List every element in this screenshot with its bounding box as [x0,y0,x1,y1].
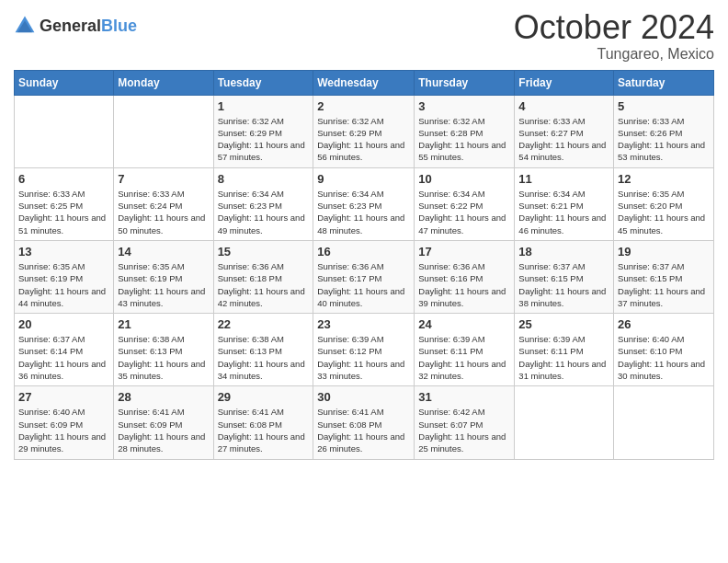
day-detail: Sunrise: 6:39 AM Sunset: 6:11 PM Dayligh… [418,333,510,382]
day-number: 5 [618,99,710,113]
location-title: Tungareo, Mexico [514,46,714,63]
calendar-day-cell: 5Sunrise: 6:33 AM Sunset: 6:26 PM Daylig… [614,95,714,167]
day-detail: Sunrise: 6:34 AM Sunset: 6:23 PM Dayligh… [218,188,310,236]
day-number: 7 [118,172,209,186]
day-detail: Sunrise: 6:40 AM Sunset: 6:09 PM Dayligh… [18,406,109,454]
calendar-day-cell: 30Sunrise: 6:41 AM Sunset: 6:08 PM Dayli… [313,386,415,459]
day-number: 1 [218,99,310,113]
calendar-day-cell: 25Sunrise: 6:39 AM Sunset: 6:11 PM Dayli… [515,314,614,386]
day-detail: Sunrise: 6:39 AM Sunset: 6:11 PM Dayligh… [518,333,609,382]
day-number: 30 [317,390,410,404]
calendar-day-cell: 13Sunrise: 6:35 AM Sunset: 6:19 PM Dayli… [15,240,114,313]
day-detail: Sunrise: 6:41 AM Sunset: 6:09 PM Dayligh… [118,406,209,454]
day-number: 10 [418,172,510,186]
calendar-week-row: 6Sunrise: 6:33 AM Sunset: 6:25 PM Daylig… [15,167,714,240]
day-number: 22 [218,317,310,331]
calendar-day-cell: 15Sunrise: 6:36 AM Sunset: 6:18 PM Dayli… [213,240,313,313]
calendar-day-cell: 18Sunrise: 6:37 AM Sunset: 6:15 PM Dayli… [515,240,614,313]
calendar-day-cell: 23Sunrise: 6:39 AM Sunset: 6:12 PM Dayli… [313,314,415,386]
calendar-day-cell: 28Sunrise: 6:41 AM Sunset: 6:09 PM Dayli… [114,386,213,459]
day-detail: Sunrise: 6:41 AM Sunset: 6:08 PM Dayligh… [317,406,410,454]
day-number: 31 [418,390,510,404]
calendar-day-cell: 21Sunrise: 6:38 AM Sunset: 6:13 PM Dayli… [114,314,213,386]
day-detail: Sunrise: 6:38 AM Sunset: 6:13 PM Dayligh… [118,333,209,382]
day-number: 28 [118,390,209,404]
calendar-day-cell: 19Sunrise: 6:37 AM Sunset: 6:15 PM Dayli… [614,240,714,313]
calendar-day-cell: 2Sunrise: 6:32 AM Sunset: 6:29 PM Daylig… [313,95,415,167]
day-detail: Sunrise: 6:36 AM Sunset: 6:16 PM Dayligh… [418,260,510,309]
calendar-day-cell [614,386,714,459]
day-number: 8 [218,172,310,186]
day-detail: Sunrise: 6:33 AM Sunset: 6:27 PM Dayligh… [518,115,609,164]
logo-icon [14,15,36,37]
day-number: 23 [317,317,410,331]
day-detail: Sunrise: 6:38 AM Sunset: 6:13 PM Dayligh… [218,333,310,382]
day-number: 15 [218,245,310,259]
day-number: 20 [18,317,109,331]
logo-general-text: General [40,17,101,35]
calendar-week-row: 20Sunrise: 6:37 AM Sunset: 6:14 PM Dayli… [15,314,714,386]
calendar-day-cell [15,95,114,167]
weekday-header-cell: Thursday [415,70,515,95]
weekday-header-cell: Wednesday [313,70,415,95]
day-detail: Sunrise: 6:34 AM Sunset: 6:23 PM Dayligh… [317,188,410,236]
calendar-day-cell [114,95,213,167]
day-number: 29 [218,390,310,404]
day-number: 18 [518,245,609,259]
day-detail: Sunrise: 6:35 AM Sunset: 6:19 PM Dayligh… [118,260,209,309]
calendar-week-row: 1Sunrise: 6:32 AM Sunset: 6:29 PM Daylig… [15,95,714,167]
day-detail: Sunrise: 6:32 AM Sunset: 6:28 PM Dayligh… [418,115,510,164]
weekday-header-cell: Sunday [15,70,114,95]
day-number: 13 [18,245,109,259]
day-detail: Sunrise: 6:34 AM Sunset: 6:21 PM Dayligh… [518,188,609,236]
calendar-day-cell [515,386,614,459]
calendar-table: SundayMondayTuesdayWednesdayThursdayFrid… [14,70,714,460]
day-detail: Sunrise: 6:36 AM Sunset: 6:17 PM Dayligh… [317,260,410,309]
day-number: 6 [18,172,109,186]
day-number: 19 [618,245,710,259]
day-detail: Sunrise: 6:39 AM Sunset: 6:12 PM Dayligh… [317,333,410,382]
logo-blue-text: Blue [101,17,137,35]
weekday-header-cell: Monday [114,70,213,95]
calendar-day-cell: 26Sunrise: 6:40 AM Sunset: 6:10 PM Dayli… [614,314,714,386]
calendar-day-cell: 10Sunrise: 6:34 AM Sunset: 6:22 PM Dayli… [415,167,515,240]
day-detail: Sunrise: 6:33 AM Sunset: 6:25 PM Dayligh… [18,188,109,236]
calendar-body: 1Sunrise: 6:32 AM Sunset: 6:29 PM Daylig… [15,95,714,459]
calendar-day-cell: 1Sunrise: 6:32 AM Sunset: 6:29 PM Daylig… [213,95,313,167]
day-detail: Sunrise: 6:37 AM Sunset: 6:14 PM Dayligh… [18,333,109,382]
calendar-day-cell: 4Sunrise: 6:33 AM Sunset: 6:27 PM Daylig… [515,95,614,167]
day-number: 16 [317,245,410,259]
calendar-day-cell: 6Sunrise: 6:33 AM Sunset: 6:25 PM Daylig… [15,167,114,240]
day-number: 2 [317,99,410,113]
weekday-header-cell: Friday [515,70,614,95]
day-detail: Sunrise: 6:35 AM Sunset: 6:20 PM Dayligh… [618,188,710,236]
day-number: 9 [317,172,410,186]
calendar-day-cell: 24Sunrise: 6:39 AM Sunset: 6:11 PM Dayli… [415,314,515,386]
day-number: 4 [518,99,609,113]
day-detail: Sunrise: 6:40 AM Sunset: 6:10 PM Dayligh… [618,333,710,382]
weekday-header-cell: Saturday [614,70,714,95]
day-number: 3 [418,99,510,113]
day-number: 11 [518,172,609,186]
page-header: GeneralBlue October 2024 Tungareo, Mexic… [14,9,714,63]
day-detail: Sunrise: 6:36 AM Sunset: 6:18 PM Dayligh… [218,260,310,309]
day-number: 26 [618,317,710,331]
day-detail: Sunrise: 6:37 AM Sunset: 6:15 PM Dayligh… [618,260,710,309]
calendar-day-cell: 12Sunrise: 6:35 AM Sunset: 6:20 PM Dayli… [614,167,714,240]
calendar-day-cell: 11Sunrise: 6:34 AM Sunset: 6:21 PM Dayli… [515,167,614,240]
day-detail: Sunrise: 6:33 AM Sunset: 6:24 PM Dayligh… [118,188,209,236]
month-title: October 2024 [514,9,714,46]
day-detail: Sunrise: 6:35 AM Sunset: 6:19 PM Dayligh… [18,260,109,309]
calendar-day-cell: 27Sunrise: 6:40 AM Sunset: 6:09 PM Dayli… [15,386,114,459]
day-number: 24 [418,317,510,331]
calendar-day-cell: 22Sunrise: 6:38 AM Sunset: 6:13 PM Dayli… [213,314,313,386]
calendar-day-cell: 8Sunrise: 6:34 AM Sunset: 6:23 PM Daylig… [213,167,313,240]
calendar-day-cell: 3Sunrise: 6:32 AM Sunset: 6:28 PM Daylig… [415,95,515,167]
day-number: 21 [118,317,209,331]
calendar-day-cell: 16Sunrise: 6:36 AM Sunset: 6:17 PM Dayli… [313,240,415,313]
day-detail: Sunrise: 6:34 AM Sunset: 6:22 PM Dayligh… [418,188,510,236]
calendar-day-cell: 7Sunrise: 6:33 AM Sunset: 6:24 PM Daylig… [114,167,213,240]
day-detail: Sunrise: 6:37 AM Sunset: 6:15 PM Dayligh… [518,260,609,309]
day-number: 12 [618,172,710,186]
title-section: October 2024 Tungareo, Mexico [514,9,714,63]
